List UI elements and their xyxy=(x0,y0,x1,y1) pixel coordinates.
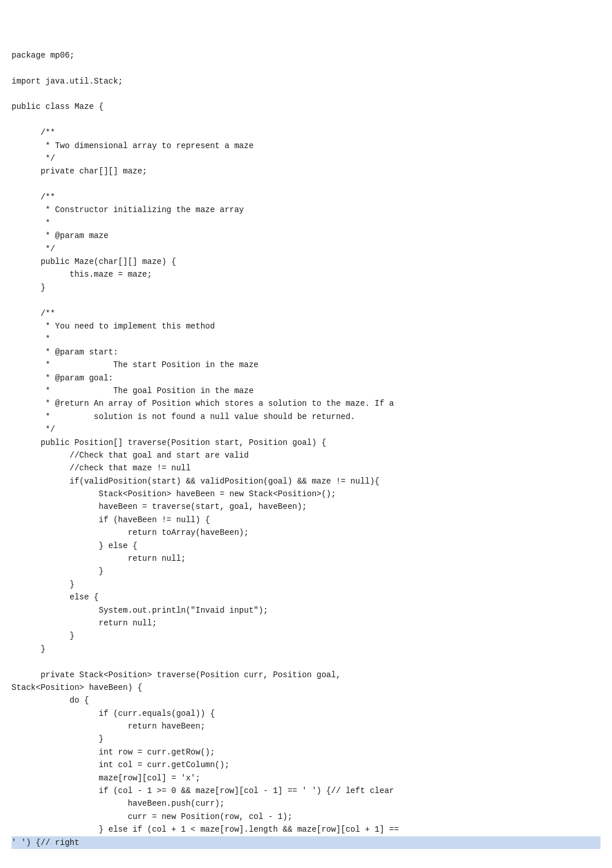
code-line: Stack<Position> haveBeen = new Stack<Pos… xyxy=(12,488,600,500)
code-line: * @param start: xyxy=(12,346,600,358)
code-line: /** xyxy=(12,126,600,139)
code-line: curr = new Position(row, col - 1); xyxy=(12,810,600,823)
code-line: private Stack<Position> traverse(Positio… xyxy=(12,669,600,681)
code-line: /** xyxy=(12,307,600,320)
code-line: return toArray(haveBeen); xyxy=(12,526,600,539)
code-line: * You need to implement this method xyxy=(12,320,600,333)
code-line: */ xyxy=(12,152,600,165)
code-line: do { xyxy=(12,694,600,707)
code-line: import java.util.Stack; xyxy=(12,75,600,88)
code-line: * @return An array of Position which sto… xyxy=(12,397,600,410)
code-line: * solution is not found a null value sho… xyxy=(12,410,600,423)
code-line: } else if (col + 1 < maze[row].length &&… xyxy=(12,823,600,836)
code-line xyxy=(12,62,600,74)
code-line: */ xyxy=(12,423,600,436)
code-line: } xyxy=(12,281,600,294)
code-line: this.maze = maze; xyxy=(12,268,600,281)
code-line: System.out.println("Invaid input"); xyxy=(12,604,600,617)
code-line: haveBeen.push(curr); xyxy=(12,797,600,810)
code-line: if (curr.equals(goal)) { xyxy=(12,707,600,720)
code-line: * The start Position in the maze xyxy=(12,358,600,371)
code-line: * @param goal: xyxy=(12,372,600,384)
code-line: return null; xyxy=(12,552,600,565)
code-line xyxy=(12,88,600,100)
code-line: * The goal Position in the maze xyxy=(12,384,600,397)
code-line: private char[][] maze; xyxy=(12,165,600,178)
code-line xyxy=(12,655,600,668)
code-line: public Maze(char[][] maze) { xyxy=(12,255,600,268)
code-line: return null; xyxy=(12,617,600,629)
code-line: //check that maze != null xyxy=(12,462,600,474)
code-line: * Two dimensional array to represent a m… xyxy=(12,139,600,152)
code-line: public class Maze { xyxy=(12,100,600,113)
code-line: Stack<Position> haveBeen) { xyxy=(12,681,600,694)
code-line: else { xyxy=(12,591,600,603)
code-line: * Constructor initializing the maze arra… xyxy=(12,203,600,216)
code-line: * xyxy=(12,333,600,345)
code-line: haveBeen = traverse(start, goal, haveBee… xyxy=(12,500,600,513)
code-line: } xyxy=(12,629,600,642)
code-line: } else { xyxy=(12,539,600,552)
code-line: int col = curr.getColumn(); xyxy=(12,758,600,771)
code-line: } xyxy=(12,565,600,578)
code-line: package mp06; xyxy=(12,49,600,62)
code-line: //Check that goal and start are valid xyxy=(12,449,600,462)
code-line: if (haveBeen != null) { xyxy=(12,514,600,526)
code-line: } xyxy=(12,643,600,655)
code-line xyxy=(12,114,600,126)
code-line: } xyxy=(12,578,600,591)
code-line: public Position[] traverse(Position star… xyxy=(12,436,600,449)
code-line: int row = curr.getRow(); xyxy=(12,746,600,758)
code-line: */ xyxy=(12,243,600,255)
code-line: maze[row][col] = 'x'; xyxy=(12,772,600,784)
code-line xyxy=(12,178,600,191)
code-line xyxy=(12,294,600,307)
code-line: if (col - 1 >= 0 && maze[row][col - 1] =… xyxy=(12,784,600,797)
code-line: return haveBeen; xyxy=(12,720,600,733)
code-line: } xyxy=(12,733,600,745)
code-editor: package mp06; import java.util.Stack; pu… xyxy=(12,17,600,867)
code-line: if(validPosition(start) && validPosition… xyxy=(12,475,600,488)
code-line: ' ') {// right xyxy=(12,836,600,849)
code-line: * @param maze xyxy=(12,229,600,242)
code-line: /** xyxy=(12,191,600,203)
code-line: * xyxy=(12,217,600,229)
